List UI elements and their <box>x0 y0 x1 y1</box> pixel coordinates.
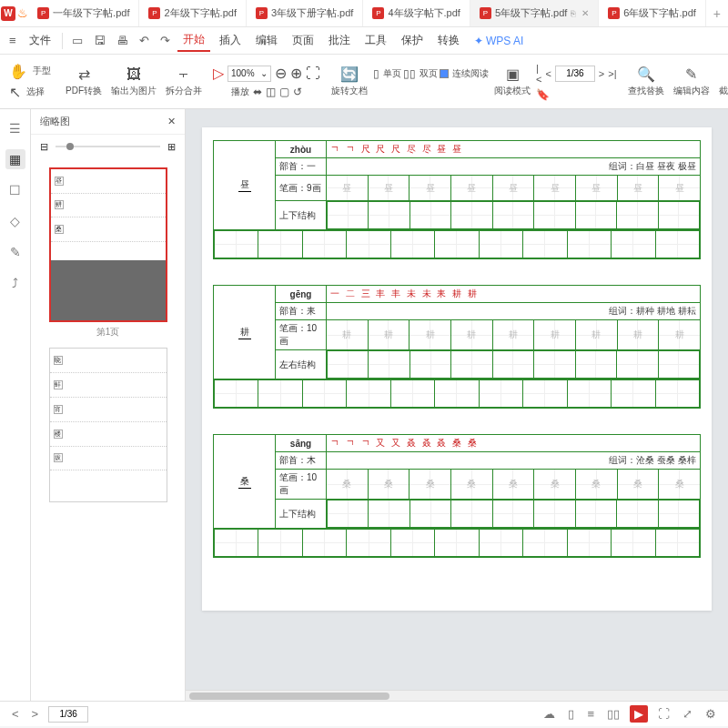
zoom-in-thumb-icon[interactable]: ⊞ <box>167 141 176 153</box>
tab-doc-2[interactable]: P2年级下字帖.pdf <box>139 0 246 26</box>
thumb-zoom-slider[interactable] <box>56 146 160 147</box>
fit-width-icon[interactable]: ⬌ <box>253 86 262 98</box>
thumbnails-list[interactable]: 昼 耕 桑 第1页 晓 蚌 宵 楼 拔 <box>31 158 185 701</box>
view-single-icon[interactable]: ▯ <box>565 707 577 721</box>
practice-cell: 桑 <box>327 470 369 500</box>
menu-annotate[interactable]: 批注 <box>323 30 356 51</box>
tab-label: 5年级下字帖.pdf <box>495 6 567 20</box>
fit-icon[interactable]: ⛶ <box>306 66 320 82</box>
grid-cell <box>328 500 369 528</box>
actual-size-icon[interactable]: ▢ <box>279 86 289 98</box>
save-icon[interactable]: 🖫 <box>90 31 109 50</box>
prev-page-icon[interactable]: < <box>545 68 551 79</box>
settings-icon[interactable]: ⚙ <box>703 707 719 721</box>
zoom-in-icon[interactable]: ⊕ <box>290 65 302 82</box>
practice-cell: 桑 <box>492 470 534 500</box>
find-replace-button[interactable]: 🔍查找替换 <box>624 66 668 97</box>
attachments-icon[interactable]: ◇ <box>5 211 25 231</box>
tab-label: 一年级下字帖.pdf <box>53 6 129 20</box>
double-page-button[interactable]: ▯▯双页 <box>403 67 438 80</box>
open-icon[interactable]: ▭ <box>68 31 86 50</box>
screenshot-compare-button[interactable]: ⧉截图对比 <box>715 66 728 97</box>
grid-cell <box>258 380 302 408</box>
print-icon[interactable]: 🖶 <box>113 31 132 50</box>
view-continuous-icon[interactable]: ≡ <box>584 707 597 721</box>
practice-cell: 耕 <box>450 320 492 350</box>
checkbox-icon <box>440 69 449 78</box>
edit-content-button[interactable]: ✎编辑内容 <box>670 66 713 97</box>
cursor-icon: ↖ <box>9 84 21 101</box>
thumbnail-page-2[interactable]: 晓 蚌 宵 楼 拔 <box>49 348 167 502</box>
export-image-button[interactable]: 🖼输出为图片 <box>107 66 160 97</box>
signature-icon[interactable]: ✎ <box>5 242 25 262</box>
zoom-out-icon[interactable]: ⊖ <box>275 65 287 82</box>
grid-cell <box>302 231 346 258</box>
menu-edit[interactable]: 编辑 <box>250 30 283 51</box>
play-status-icon[interactable]: ▶ <box>630 705 648 723</box>
split-merge-button[interactable]: ⫟拆分合并 <box>162 66 206 97</box>
outline-icon[interactable]: ☰ <box>5 118 25 138</box>
grid-cell <box>612 380 655 408</box>
first-page-icon[interactable]: |< <box>536 63 541 85</box>
menu-tools[interactable]: 工具 <box>359 30 392 51</box>
menu-wpsai[interactable]: ✦ WPS AI <box>469 32 530 50</box>
menu-protect[interactable]: 保护 <box>396 30 429 51</box>
strokes-info: 笔画：10画 <box>276 470 327 500</box>
document-viewport[interactable]: 昼 zhòu ㄱ ㄱ 尺 尺 尺 尽 尽 昼 昼 部首：一 组词：白昼 昼夜 极… <box>186 109 728 701</box>
tab-doc-4[interactable]: P4年级字帖下.pdf <box>363 0 470 26</box>
single-page-button[interactable]: ▯单页 <box>373 67 401 80</box>
practice-cell: 耕 <box>492 320 534 350</box>
select-tool[interactable]: ↖选择 <box>5 84 55 101</box>
fit-page-icon[interactable]: ⛶ <box>655 707 672 721</box>
page-input[interactable] <box>555 66 595 82</box>
last-page-icon[interactable]: >| <box>608 68 616 79</box>
practice-cell: 耕 <box>327 320 369 350</box>
hand-tool[interactable]: ✋手型 <box>5 63 55 80</box>
tab-label: 2年级下字帖.pdf <box>164 6 236 20</box>
tab-doc-5-active[interactable]: P5年级下字帖.pdf⎘✕ <box>470 0 599 26</box>
redo-icon[interactable]: ↷ <box>157 31 174 50</box>
tab-doc-1[interactable]: P一年级下字帖.pdf <box>28 0 139 26</box>
close-icon[interactable]: ✕ <box>581 8 589 18</box>
pin-icon[interactable]: ⎘ <box>571 9 575 18</box>
play-icon[interactable]: ▷ <box>213 65 224 82</box>
next-page-icon[interactable]: > <box>599 68 604 79</box>
pdf-convert-button[interactable]: ⇄PDF转换 <box>62 66 106 97</box>
menu-page[interactable]: 页面 <box>287 30 319 51</box>
bookmark-icon[interactable]: 🔖 <box>536 88 550 101</box>
practice-cell: 桑 <box>659 470 701 500</box>
rotate-doc-button[interactable]: 🔄旋转文档 <box>328 66 371 97</box>
zoom-out-thumb-icon[interactable]: ⊟ <box>40 141 48 153</box>
zoom-dropdown[interactable]: 100%⌄ <box>228 66 271 82</box>
view-double-icon[interactable]: ▯▯ <box>604 707 622 721</box>
thumbnails-icon[interactable]: ▦ <box>5 149 25 169</box>
continuous-button[interactable]: 连续阅读 <box>440 67 489 80</box>
convert-icon: ⇄ <box>78 66 90 83</box>
fire-icon[interactable]: ♨ <box>16 6 28 20</box>
fullscreen-icon[interactable]: ⤢ <box>680 707 695 721</box>
tab-doc-3[interactable]: P3年级下册字帖.pdf <box>247 0 363 26</box>
read-mode-button[interactable]: ▣阅读模式 <box>490 66 534 97</box>
share-icon[interactable]: ⤴ <box>5 273 25 293</box>
grid-cell <box>567 231 611 258</box>
thumbnail-page-1[interactable]: 昼 耕 桑 第1页 <box>49 167 167 339</box>
next-page-status-icon[interactable]: > <box>29 707 42 721</box>
bookmarks-icon[interactable]: ☐ <box>5 180 25 200</box>
status-page-input[interactable] <box>48 706 88 723</box>
double-page-icon: ▯▯ <box>403 67 416 80</box>
file-menu[interactable]: 文件 <box>24 30 56 51</box>
prev-page-status-icon[interactable]: < <box>9 707 22 721</box>
menu-insert[interactable]: 插入 <box>214 30 247 51</box>
close-panel-icon[interactable]: ✕ <box>167 116 176 127</box>
thumbnail-panel: 缩略图 ✕ ⊟ ⊞ 昼 耕 桑 第1页 晓 蚌 宵 <box>31 109 186 701</box>
rotate-ccw-icon[interactable]: ↺ <box>293 86 302 98</box>
tab-doc-6[interactable]: P6年级下字帖.pdf <box>599 0 705 26</box>
menu-icon[interactable]: ≡ <box>5 31 20 50</box>
menu-convert[interactable]: 转换 <box>432 30 465 51</box>
menu-start[interactable]: 开始 <box>177 29 210 52</box>
undo-icon[interactable]: ↶ <box>136 31 153 50</box>
cloud-icon[interactable]: ☁ <box>541 707 558 721</box>
crop-icon[interactable]: ◫ <box>266 86 276 98</box>
horizontal-scrollbar[interactable] <box>186 690 728 701</box>
new-tab-button[interactable]: + <box>706 6 728 21</box>
